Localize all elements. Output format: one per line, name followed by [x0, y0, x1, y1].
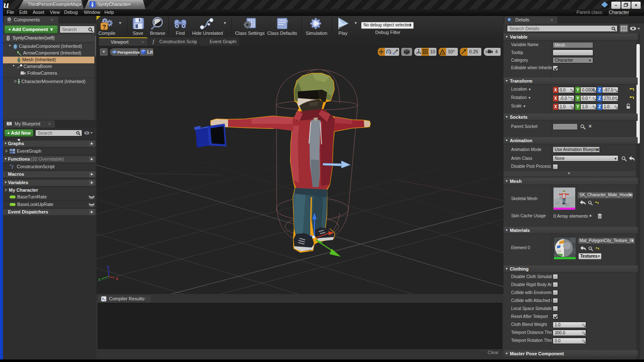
svg-text:i: i [509, 18, 509, 22]
svg-text:X: X [116, 277, 118, 281]
svg-text:Y: Y [98, 278, 101, 282]
svg-text:Z: Z [107, 265, 109, 269]
svg-text:f: f [12, 164, 14, 169]
svg-text:?: ? [102, 23, 106, 30]
